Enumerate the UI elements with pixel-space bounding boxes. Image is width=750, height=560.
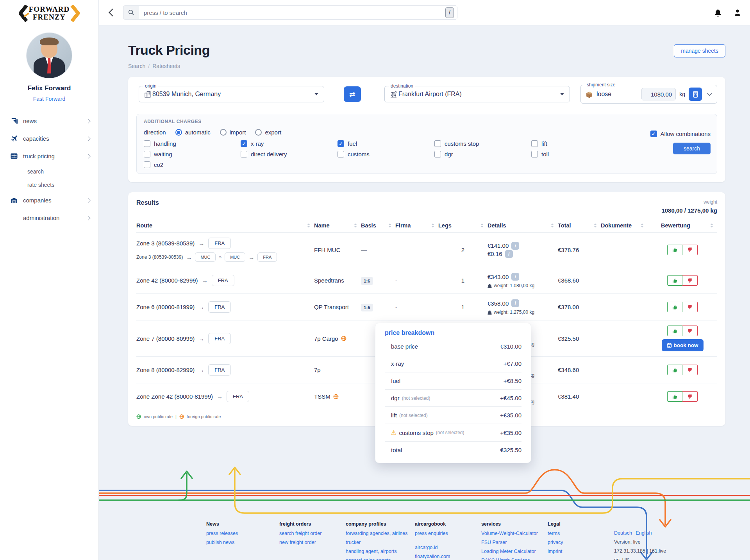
sort-icon[interactable] — [431, 224, 434, 227]
sort-icon[interactable] — [710, 224, 713, 227]
info-icon[interactable]: i — [511, 273, 519, 281]
thumbs-up-button[interactable] — [667, 275, 682, 286]
notifications-bell-icon[interactable] — [714, 9, 722, 17]
shipment-type-value[interactable]: loose — [596, 91, 611, 98]
sidebar-item-companies[interactable]: companies — [0, 191, 98, 209]
stop-chip[interactable]: FRA — [257, 252, 277, 262]
info-icon[interactable]: i — [505, 250, 513, 258]
checkbox-label: co2 — [154, 161, 163, 168]
footer-link[interactable]: new freight order — [279, 540, 346, 545]
destination-chip[interactable]: FRA — [227, 391, 249, 402]
dropdown-caret-icon — [314, 93, 318, 95]
sort-icon[interactable] — [480, 224, 484, 227]
sidebar-subitem-search[interactable]: search — [0, 165, 98, 178]
footer-link[interactable]: imprint — [548, 549, 614, 554]
swap-origin-destination-button[interactable]: ⇄ — [344, 86, 361, 102]
checkbox-direct-delivery[interactable]: direct delivery — [241, 151, 338, 157]
avatar[interactable] — [27, 33, 72, 78]
footer-link[interactable]: press releases — [206, 531, 279, 536]
thumbs-up-button[interactable] — [667, 391, 682, 402]
destination-chip[interactable]: FRA — [208, 364, 231, 376]
footer-link[interactable]: terms — [548, 531, 614, 536]
checkbox-handling[interactable]: handling — [144, 140, 241, 147]
checkbox-customs[interactable]: customs — [338, 151, 434, 157]
checkbox-x-ray[interactable]: x-ray — [241, 140, 338, 147]
sort-icon[interactable] — [594, 224, 597, 227]
destination-select[interactable]: destination Frankfurt Airport (FRA) — [384, 86, 570, 102]
thumbs-down-button[interactable] — [682, 275, 698, 286]
back-chevron-icon[interactable] — [109, 9, 116, 16]
sidebar-item-capacities[interactable]: capacities — [0, 130, 98, 147]
thumbs-down-button[interactable] — [682, 326, 698, 336]
checkbox-co2[interactable]: co2 — [144, 161, 241, 168]
thumbs-down-button[interactable] — [682, 302, 698, 312]
breadcrumb-search[interactable]: Search — [128, 63, 145, 69]
footer-link[interactable]: Loading Meter Calculator — [481, 549, 548, 554]
checkbox-toll[interactable]: toll — [531, 151, 628, 157]
chevron-down-icon[interactable] — [707, 91, 712, 96]
footer-link[interactable]: RAKC Watch Services — [481, 558, 548, 560]
thumbs-up-button[interactable] — [667, 326, 682, 336]
radio-automatic[interactable]: automatic — [175, 129, 211, 136]
user-account-icon[interactable] — [734, 9, 741, 17]
brand-logo[interactable]: FORWARD FRENZY — [16, 5, 82, 22]
breadcrumb: Search/Ratesheets — [128, 63, 210, 69]
search-input[interactable] — [139, 9, 445, 16]
checkbox-lift[interactable]: lift — [531, 140, 628, 147]
global-search: / — [123, 5, 457, 20]
footer-link[interactable]: floatyballon.com — [415, 554, 481, 559]
checkbox-waiting[interactable]: waiting — [144, 151, 241, 157]
footer-link[interactable]: general sales agents — [346, 558, 415, 560]
checkbox-fuel[interactable]: fuel — [338, 140, 434, 147]
thumbs-down-button[interactable] — [682, 365, 698, 375]
thumbs-up-button[interactable] — [667, 365, 682, 375]
footer-link[interactable]: trucker — [346, 540, 415, 545]
footer-link[interactable]: publish news — [206, 540, 279, 545]
destination-chip[interactable]: FRA — [208, 301, 231, 313]
footer-link[interactable]: Volume-Weight-Calculator — [481, 531, 548, 536]
sort-icon[interactable] — [307, 224, 310, 227]
language-english-link[interactable]: English — [636, 530, 652, 536]
info-icon[interactable]: i — [511, 299, 519, 307]
footer-link[interactable]: FSU Parser — [481, 540, 548, 545]
checkbox-customs-stop[interactable]: customs stop — [434, 140, 531, 147]
thumbs-down-button[interactable] — [682, 245, 698, 255]
sort-icon[interactable] — [641, 224, 644, 227]
footer-link[interactable]: search freight order — [279, 531, 346, 536]
destination-chip[interactable]: FRA — [208, 238, 231, 249]
radio-import[interactable]: import — [220, 129, 246, 136]
origin-select[interactable]: origin 80539 Munich, Germany — [139, 86, 324, 102]
calculator-button[interactable] — [689, 88, 702, 101]
sort-icon[interactable] — [354, 224, 357, 227]
footer-link[interactable]: forwarding agencies, airlines — [346, 531, 415, 536]
language-deutsch-link[interactable]: Deutsch — [614, 530, 632, 536]
checkbox-dgr[interactable]: dgr — [434, 151, 531, 157]
manage-sheets-button[interactable]: manage sheets — [674, 44, 725, 57]
thumbs-down-button[interactable] — [682, 391, 698, 402]
sort-icon[interactable] — [388, 224, 391, 227]
footer-link[interactable]: press enquiries — [415, 531, 481, 536]
stop-chip[interactable]: MUC — [195, 252, 216, 262]
info-icon[interactable]: i — [511, 242, 519, 250]
book-now-button[interactable]: book now — [662, 339, 704, 351]
radio-export[interactable]: export — [255, 129, 281, 136]
sidebar-subitem-rate-sheets[interactable]: rate sheets — [0, 178, 98, 191]
shipment-weight-input[interactable] — [641, 88, 676, 100]
thumbs-up-button[interactable] — [667, 302, 682, 312]
footer-link[interactable]: handling agent, airports — [346, 549, 415, 554]
stop-chip[interactable]: MUC — [225, 252, 245, 262]
sidebar-item-truck-pricing[interactable]: truck pricing — [0, 147, 98, 165]
user-company-link[interactable]: Fast Forward — [0, 96, 98, 102]
radio-label: automatic — [185, 129, 211, 136]
sidebar-item-news[interactable]: news — [0, 112, 98, 130]
checkbox-allow-combinations[interactable]: Allow combinations — [650, 131, 711, 137]
sort-icon[interactable] — [551, 224, 554, 227]
destination-chip[interactable]: FRA — [208, 333, 231, 344]
thumbs-up-button[interactable] — [667, 245, 682, 255]
search-button[interactable]: search — [673, 143, 711, 154]
sidebar-item-administration[interactable]: administration — [0, 209, 98, 227]
breadcrumb-ratesheets[interactable]: Ratesheets — [152, 63, 180, 69]
destination-chip[interactable]: FRA — [212, 275, 234, 286]
footer-link[interactable]: aircargo.id — [415, 545, 481, 550]
footer-link[interactable]: privacy — [548, 540, 614, 545]
